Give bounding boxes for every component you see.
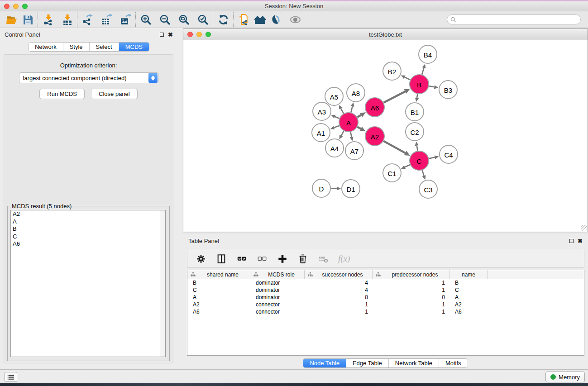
table-cell[interactable]: dominator	[250, 280, 305, 286]
tab-network[interactable]: Network	[29, 43, 63, 51]
graph-edge[interactable]	[341, 131, 344, 135]
result-list-scrollbar[interactable]	[160, 210, 165, 357]
graph-node-c4[interactable]: C4	[440, 145, 458, 163]
graph-node-d[interactable]: D	[312, 179, 330, 197]
node-table[interactable]: shared nameMCDS rolesuccessor nodesprede…	[187, 270, 584, 356]
tab-mcds[interactable]: MCDS	[119, 43, 149, 51]
style-icon[interactable]	[269, 13, 283, 26]
table-cell[interactable]: C	[449, 287, 488, 293]
run-mcds-button[interactable]: Run MCDS	[39, 89, 85, 99]
table-cell[interactable]: A	[449, 294, 488, 300]
table-tab-node-table[interactable]: Node Table	[303, 359, 346, 367]
search-input[interactable]	[456, 15, 580, 24]
graph-edge[interactable]	[405, 77, 410, 80]
table-cell[interactable]: 1	[373, 309, 449, 315]
graph-edge[interactable]	[405, 165, 410, 167]
gear-icon[interactable]	[196, 253, 206, 264]
graph-edge[interactable]	[334, 126, 339, 128]
search-field[interactable]	[447, 14, 581, 24]
criterion-dropdown[interactable]: largest connected component (directed)	[19, 72, 158, 83]
graph-edge[interactable]	[383, 141, 405, 153]
add-icon[interactable]	[277, 253, 288, 264]
graph-edge[interactable]	[429, 157, 435, 159]
graph-node-d1[interactable]: D1	[342, 180, 360, 198]
export-table-icon[interactable]	[100, 13, 113, 26]
graph-node-a4[interactable]: A4	[325, 139, 344, 157]
table-cell[interactable]: 1	[373, 301, 449, 308]
result-list-item[interactable]: C	[11, 233, 165, 241]
graph-node-c3[interactable]: C3	[419, 180, 437, 198]
graph-node-a1[interactable]: A1	[312, 124, 330, 142]
graph-node-a[interactable]: A	[339, 113, 358, 132]
zoom-in-icon[interactable]	[139, 13, 153, 26]
table-cell[interactable]: A6	[187, 309, 250, 315]
zoom-selected-icon[interactable]	[196, 13, 210, 26]
graph-edge[interactable]	[357, 127, 361, 129]
table-cell[interactable]: 8	[305, 294, 373, 300]
table-row[interactable]: A6connector11A6	[187, 308, 584, 315]
table-cell[interactable]: B	[449, 280, 488, 286]
table-row[interactable]: Cdominator41C	[187, 286, 584, 294]
table-cell[interactable]: B	[187, 280, 250, 286]
table-cell[interactable]: 4	[305, 287, 373, 293]
table-cell[interactable]: A	[187, 294, 250, 300]
function-builder-icon[interactable]: f(x)	[338, 254, 350, 264]
table-row[interactable]: Bdominator41B	[187, 279, 584, 286]
graph-node-c[interactable]: C	[410, 151, 429, 170]
graph-edge[interactable]	[351, 106, 352, 113]
tab-select[interactable]: Select	[90, 43, 119, 51]
graph-node-a3[interactable]: A3	[313, 102, 331, 120]
table-cell[interactable]: A6	[449, 309, 488, 315]
graph-node-a5[interactable]: A5	[325, 87, 343, 105]
graph-edge[interactable]	[357, 115, 361, 117]
close-panel-button[interactable]: Close panel	[91, 89, 138, 99]
export-image-icon[interactable]	[119, 13, 132, 26]
graph-edge[interactable]	[384, 91, 405, 103]
column-header[interactable]: MCDS role	[250, 270, 305, 279]
deselect-all-icon[interactable]	[257, 253, 268, 264]
table-cell[interactable]: A2	[187, 301, 250, 308]
graph-node-b2[interactable]: B2	[383, 62, 401, 80]
task-history-button[interactable]	[5, 372, 17, 382]
table-cell[interactable]: dominator	[250, 294, 305, 300]
import-network-icon[interactable]	[41, 13, 55, 26]
graph-edge[interactable]	[335, 117, 339, 119]
close-panel-icon[interactable]: ✖	[168, 33, 173, 37]
graph-node-b1[interactable]: B1	[406, 103, 424, 121]
table-cell[interactable]: C	[187, 287, 250, 293]
split-columns-icon[interactable]	[216, 253, 227, 264]
export-network-icon[interactable]	[81, 13, 94, 26]
graph-node-a8[interactable]: A8	[347, 84, 365, 102]
table-cell[interactable]: 1	[305, 309, 373, 315]
graph-edge[interactable]	[422, 68, 424, 75]
table-cell[interactable]: A2	[449, 301, 488, 308]
select-all-icon[interactable]	[236, 253, 247, 264]
graph-edge[interactable]	[422, 170, 424, 176]
graph-edge[interactable]	[417, 94, 417, 98]
table-cell[interactable]: connector	[250, 309, 305, 315]
graph-edge[interactable]	[341, 109, 344, 114]
network-analyzer-icon[interactable]	[253, 13, 267, 26]
tab-style[interactable]: Style	[63, 43, 90, 51]
table-tab-edge-table[interactable]: Edge Table	[346, 359, 389, 367]
table-cell[interactable]: 0	[373, 294, 449, 300]
table-cell[interactable]: connector	[250, 301, 305, 308]
save-icon[interactable]	[21, 13, 34, 26]
graph-edge[interactable]	[417, 146, 418, 151]
resize-grip-icon[interactable]	[581, 225, 587, 231]
table-cell[interactable]: 1	[305, 301, 373, 308]
open-folder-icon[interactable]	[5, 13, 18, 26]
show-hide-icon[interactable]	[288, 13, 302, 26]
mcds-result-list[interactable]: A2ABCA6	[10, 210, 166, 357]
table-tab-network-table[interactable]: Network Table	[389, 359, 439, 367]
column-header[interactable]: name	[449, 270, 488, 279]
network-canvas[interactable]: B4B2BB3A8A5A6A3B1AC2A1A2A4A7C4CC1DD1C3	[183, 40, 588, 232]
table-cell[interactable]: dominator	[250, 287, 305, 293]
graph-node-c2[interactable]: C2	[406, 123, 424, 141]
result-list-item[interactable]: A	[11, 218, 165, 226]
copy-network-icon[interactable]	[237, 13, 250, 26]
delete-table-icon[interactable]	[318, 253, 329, 264]
refresh-icon[interactable]	[216, 13, 230, 26]
table-cell[interactable]: 1	[373, 280, 449, 286]
graph-node-a2[interactable]: A2	[365, 127, 384, 146]
